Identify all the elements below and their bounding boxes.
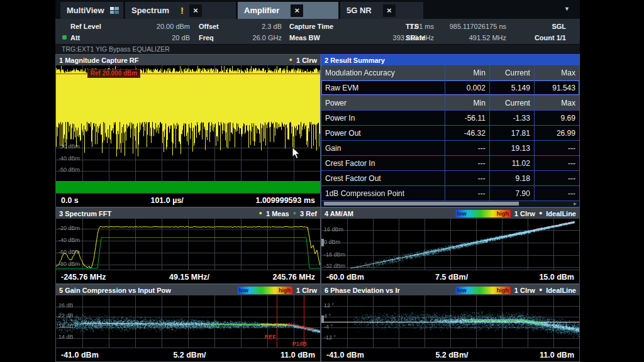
setting-ref-level[interactable]: Ref Level 20.00 dBm: [70, 21, 190, 31]
axis-stop: 11.0 dBm: [280, 351, 315, 359]
x-axis-labels: -41.0 dBm 5.2 dBm/ 11.0 dBm: [321, 348, 579, 361]
window-spectrum-fft: 3 Spectrum FFT ● 1 Meas ● 3 Ref -20 dBm …: [55, 207, 321, 284]
axis-per-div: 49.15 MHz/: [169, 273, 209, 282]
window-title-bar[interactable]: 1 Magnitude Capture RF ● 1 Clrw: [56, 55, 320, 65]
grid-label: -20 dBm: [58, 226, 80, 231]
sweep-mode-sgl[interactable]: SGL: [516, 21, 566, 31]
trace-dot-icon: ●: [259, 211, 262, 216]
window-title-bar[interactable]: 2 Result Summary: [321, 55, 579, 65]
window-title: 4 AM/AM: [325, 210, 353, 217]
grid-label: 18 dB: [58, 324, 74, 329]
table-h-scrollbar[interactable]: ▶: [322, 201, 579, 206]
axis-start: 0.0 s: [61, 196, 79, 205]
ideal-line-dot-icon: ●: [539, 211, 542, 216]
density-gradient-legend: low high: [455, 210, 511, 217]
grid-label: 26 dB: [58, 303, 74, 309]
close-icon[interactable]: ×: [383, 4, 396, 17]
fft-plot-area: -20 dBm -40 dBm -60 dBm -80 dBm: [56, 219, 320, 270]
window-title: 3 Spectrum FFT: [59, 210, 111, 217]
grid-label: -40 dBm: [58, 238, 80, 243]
axis-per-div: 5.2 dBm/: [173, 351, 206, 359]
sweep-count[interactable]: Count 1/1: [516, 32, 566, 43]
scroll-right-icon[interactable]: ▶: [572, 201, 578, 206]
table-row: Crest Factor Out --- 9.18 ---: [321, 171, 579, 186]
axis-start: -41.0 dBm: [326, 351, 364, 359]
window-phase-deviation: 6 Phase Deviation vs Ir low high 1 Clrw …: [321, 284, 580, 362]
window-title: 5 Gain Compression vs Input Pow: [59, 287, 171, 294]
tab-5gnr[interactable]: 5G NR ×: [340, 2, 423, 19]
grid-label: 4 °: [324, 314, 331, 319]
tab-overflow-dropdown-icon[interactable]: ▼: [564, 6, 570, 12]
setting-att[interactable]: Att 20 dB: [70, 32, 190, 43]
window-title-bar[interactable]: 6 Phase Deviation vs Ir low high 1 Clrw …: [321, 285, 579, 295]
ideal-line-legend: IdealLine: [546, 210, 576, 217]
grid-label: -60 dBm: [58, 250, 80, 255]
am-am-chart[interactable]: [321, 219, 579, 270]
tab-spectrum[interactable]: Spectrum ! ×: [125, 2, 236, 19]
magnitude-plot-area: Ref 20.000 dBm -30 dBm -40 dBm -50 dBm: [56, 65, 320, 194]
window-result-summary: 2 Result Summary Modulation Accuracy Min…: [321, 54, 580, 207]
tab-label: 5G NR: [347, 6, 372, 15]
axis-start: -245.76 MHz: [61, 273, 106, 282]
tab-multiview[interactable]: MultiView: [60, 2, 123, 19]
tab-bar: MultiView Spectrum ! × Amplifier × 5G NR…: [55, 0, 580, 19]
grid-label: -12 °: [324, 335, 336, 341]
trace-legend: 1 Clrw: [296, 57, 317, 64]
axis-start: -60.0 dBm: [326, 273, 364, 282]
table-header-row: Power Min Current Max: [321, 96, 579, 111]
axis-stop: 245.76 MHz: [273, 273, 315, 282]
ref-level-line-label: Ref 20.000 dBm: [87, 69, 140, 78]
trace-legend: 1 Clrw: [514, 210, 535, 217]
grid-label: -80 dBm: [58, 261, 80, 267]
grid-label: 22 dB: [58, 313, 74, 319]
axis-per-div: 7.5 dBm/: [435, 273, 468, 282]
grid-label: 16 dBm: [324, 227, 343, 233]
window-title: 1 Magnitude Capture RF: [59, 57, 139, 64]
axis-stop: 15.0 dBm: [539, 273, 574, 282]
x-axis-labels: -41.0 dBm 5.2 dBm/ 11.0 dBm: [56, 348, 320, 361]
p1db-marker-label: P1dB: [292, 341, 307, 347]
x-axis-labels: -60.0 dBm 7.5 dBm/ 15.0 dBm: [321, 270, 579, 283]
multiview-grid-icon: [110, 7, 119, 14]
density-gradient-legend: low high: [237, 287, 292, 294]
am-am-plot-area: 16 dBm 0 dBm -16 dBm -32 dBm: [321, 219, 579, 270]
gain-compression-plot-area: 26 dB 22 dB 18 dB 14 dB REF P1dB: [56, 295, 320, 348]
axis-stop: 11.0 dBm: [540, 351, 574, 359]
window-title: 6 Phase Deviation vs Ir: [325, 287, 400, 294]
window-title: 2 Result Summary: [325, 57, 385, 64]
gain-compression-chart[interactable]: [56, 295, 320, 348]
trace-legend: 1 Clrw: [296, 287, 317, 294]
phase-deviation-chart[interactable]: [321, 295, 579, 348]
grid-label: -50 dBm: [58, 167, 80, 173]
setting-srate[interactable]: SRate 491.52 MHz: [406, 32, 506, 43]
trigger-status-line: TRG:EXT1 YIG Bypass EQUALIZER: [55, 45, 580, 54]
magnitude-capture-chart[interactable]: [56, 65, 320, 194]
window-gain-compression: 5 Gain Compression vs Input Pow low high…: [55, 284, 321, 362]
spectrum-fft-chart[interactable]: [56, 219, 320, 270]
grid-label: -30 dBm: [58, 144, 80, 150]
setting-offset[interactable]: Offset 2.3 dB: [199, 21, 282, 31]
density-gradient-legend: low high: [455, 287, 511, 294]
trace-legend: 3 Ref: [300, 210, 317, 217]
window-title-bar[interactable]: 4 AM/AM low high 1 Clrw ● IdealLine: [321, 208, 579, 219]
setting-freq[interactable]: Freq 26.0 GHz: [199, 32, 282, 43]
tab-amplifier[interactable]: Amplifier ×: [238, 2, 338, 19]
window-title-bar[interactable]: 3 Spectrum FFT ● 1 Meas ● 3 Ref: [56, 208, 320, 219]
window-title-bar[interactable]: 5 Gain Compression vs Input Pow low high…: [56, 285, 320, 295]
tab-label: MultiView: [67, 6, 104, 15]
scrollbar-thumb[interactable]: [324, 202, 519, 206]
close-icon[interactable]: ×: [291, 4, 303, 17]
axis-per-div: 5.2 dBm/: [435, 351, 468, 359]
table-row: Raw EVM 0.002 5.149 91.543: [321, 80, 579, 96]
setting-tts[interactable]: TTS 985.117026175 ns: [406, 21, 506, 31]
trace-dot-icon: ●: [293, 211, 296, 216]
close-icon[interactable]: ×: [189, 4, 202, 17]
grid-label: -4 °: [324, 324, 333, 330]
window-magnitude-capture: 1 Magnitude Capture RF ● 1 Clrw Ref 20.0…: [55, 54, 321, 207]
axis-per-div: 101.0 µs/: [150, 196, 183, 205]
att-status-icon: [62, 35, 67, 40]
channel-settings-bar: Ref Level 20.00 dBm Att 20 dB Offset 2.3…: [55, 19, 580, 45]
result-summary-table: Modulation Accuracy Min Current Max Raw …: [321, 65, 579, 201]
table-header-row: Modulation Accuracy Min Current Max: [321, 65, 579, 80]
phase-deviation-plot-area: 12 ° 4 ° -4 ° -12 °: [321, 295, 579, 348]
